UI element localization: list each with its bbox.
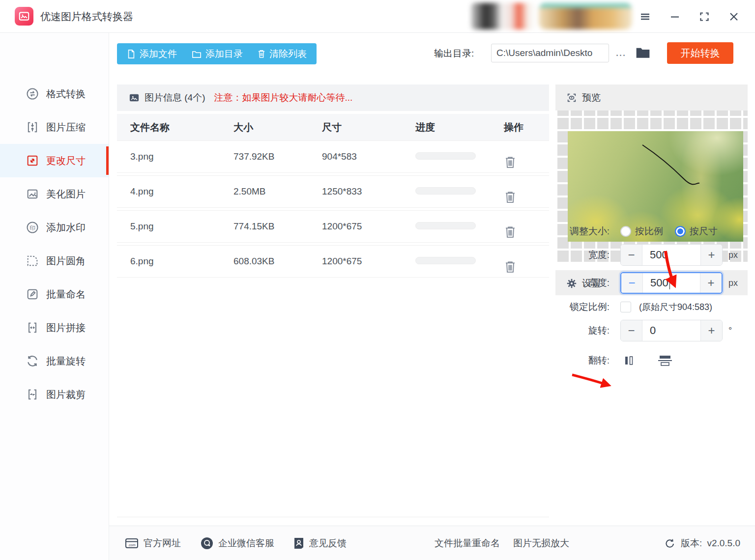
lossless-upscale-label: 图片无损放大 — [513, 537, 569, 550]
sidebar: 格式转换 图片压缩 更改尺寸 美化图片 印 添加水印 — [0, 33, 109, 560]
version-label: 版本: — [681, 537, 702, 550]
maximize-icon[interactable] — [696, 9, 713, 25]
radio-by-size-label[interactable]: 按尺寸 — [690, 225, 718, 238]
sidebar-item-batch-rename[interactable]: 批量命名 — [0, 278, 109, 311]
preview-icon — [566, 92, 577, 103]
svg-text:.com: .com — [128, 543, 135, 547]
width-decrement-button[interactable]: − — [621, 245, 642, 265]
flip-horizontal-icon[interactable] — [621, 353, 636, 368]
rotate-increment-button[interactable]: + — [700, 320, 722, 341]
add-file-label: 添加文件 — [140, 48, 177, 60]
col-progress: 进度 — [415, 121, 504, 134]
table-row: 5.png 774.15KB 1200*675 — [117, 210, 549, 243]
file-table: 图片信息 (4个) 注意：如果图片较大请耐心等待... 文件名称 大小 尺寸 进… — [117, 84, 549, 517]
official-site-label: 官方网址 — [144, 537, 181, 550]
height-row: 高度: − 500 + px — [555, 272, 738, 294]
svg-text:印: 印 — [29, 224, 35, 231]
compress-icon — [26, 120, 39, 134]
flip-vertical-icon[interactable] — [657, 353, 673, 368]
file-dimensions: 1200*675 — [322, 221, 415, 232]
watermark-icon: 印 — [26, 221, 39, 234]
sidebar-item-label: 图片压缩 — [46, 121, 86, 134]
sidebar-item-beautify[interactable]: 美化图片 — [0, 177, 109, 211]
feedback-link[interactable]: 意见反馈 — [293, 526, 347, 560]
file-size: 774.15KB — [233, 221, 322, 232]
browse-more-button[interactable]: … — [613, 45, 628, 60]
batch-rotate-icon — [26, 354, 39, 368]
height-decrement-button[interactable]: − — [621, 273, 643, 293]
sidebar-item-label: 图片裁剪 — [46, 388, 86, 401]
resize-mode-label: 调整大小: — [555, 225, 610, 238]
sidebar-item-compress[interactable]: 图片压缩 — [0, 111, 109, 144]
start-convert-button[interactable]: 开始转换 — [667, 42, 733, 64]
table-row: 6.png 608.03KB 1200*675 — [117, 245, 549, 278]
check-update-icon[interactable] — [664, 537, 676, 549]
radio-by-size[interactable] — [675, 226, 686, 237]
text-cursor — [669, 277, 670, 289]
delete-row-icon[interactable] — [504, 190, 549, 204]
output-dir-label: 输出目录: — [434, 47, 474, 60]
sidebar-item-watermark[interactable]: 印 添加水印 — [0, 211, 109, 244]
batch-rename-link[interactable]: 文件批量重命名 — [435, 526, 500, 560]
radio-by-ratio-label[interactable]: 按比例 — [635, 225, 663, 238]
table-header: 文件名称 大小 尺寸 进度 操作 — [117, 114, 549, 140]
original-size-hint: (原始尺寸904:583) — [639, 301, 712, 313]
add-file-button[interactable]: 添加文件 — [127, 48, 177, 60]
batch-rename-label: 文件批量重命名 — [435, 537, 500, 550]
add-directory-button[interactable]: 添加目录 — [192, 48, 243, 60]
rotate-decrement-button[interactable]: − — [621, 320, 642, 341]
height-unit: px — [728, 278, 738, 288]
lossless-upscale-link[interactable]: 图片无损放大 — [513, 526, 569, 560]
rotate-row: 旋转: − 0 + ° — [555, 320, 732, 341]
com-website-icon: .com — [125, 537, 139, 549]
rename-icon — [26, 287, 39, 301]
height-stepper: − 500 + — [620, 272, 723, 294]
clear-list-label: 清除列表 — [269, 48, 307, 60]
sidebar-item-resize[interactable]: 更改尺寸 — [0, 144, 109, 177]
col-actions: 操作 — [504, 121, 549, 134]
preview-header: 预览 — [555, 84, 748, 111]
sidebar-item-rounded-corner[interactable]: 图片圆角 — [0, 244, 109, 278]
sidebar-item-format-convert[interactable]: 格式转换 — [0, 77, 109, 111]
open-folder-icon[interactable] — [635, 45, 651, 60]
delete-row-icon[interactable] — [504, 155, 549, 169]
close-icon[interactable] — [726, 9, 742, 25]
width-label: 宽度: — [555, 249, 610, 261]
delete-row-icon[interactable] — [504, 260, 549, 274]
height-increment-button[interactable]: + — [700, 273, 722, 293]
lock-ratio-label: 锁定比例: — [555, 301, 610, 313]
crop-icon — [26, 388, 39, 401]
sidebar-item-crop[interactable]: 图片裁剪 — [0, 378, 109, 411]
height-label: 高度: — [555, 277, 610, 289]
radio-by-ratio[interactable] — [620, 226, 631, 237]
rotate-input[interactable]: 0 — [642, 320, 700, 341]
height-input[interactable]: 500 — [643, 273, 700, 293]
lock-ratio-checkbox[interactable] — [620, 302, 631, 312]
width-input[interactable]: 500 — [642, 245, 700, 265]
delete-row-icon[interactable] — [504, 225, 549, 239]
output-dir-input[interactable] — [491, 44, 609, 62]
rotate-unit: ° — [728, 326, 732, 336]
clear-list-button[interactable]: 清除列表 — [258, 48, 307, 60]
official-site-link[interactable]: .com 官方网址 — [125, 526, 181, 560]
file-name: 4.png — [130, 186, 233, 197]
rotate-stepper: − 0 + — [620, 320, 723, 341]
sidebar-item-label: 添加水印 — [46, 221, 86, 234]
col-size: 大小 — [233, 121, 322, 134]
sidebar-item-batch-rotate[interactable]: 批量旋转 — [0, 344, 109, 378]
add-directory-label: 添加目录 — [205, 48, 243, 60]
minimize-icon[interactable] — [667, 9, 683, 25]
file-dimensions: 1250*833 — [322, 186, 415, 197]
sidebar-item-label: 批量命名 — [46, 288, 86, 301]
sidebar-item-merge[interactable]: 图片拼接 — [0, 311, 109, 344]
rounded-corner-icon — [26, 254, 39, 268]
file-name: 5.png — [130, 221, 233, 232]
transparency-checkerboard — [555, 111, 748, 264]
wechat-support-label: 企业微信客服 — [218, 537, 274, 550]
width-increment-button[interactable]: + — [700, 245, 722, 265]
wechat-support-link[interactable]: 企业微信客服 — [201, 526, 274, 560]
resize-icon — [26, 154, 39, 168]
menu-icon[interactable] — [637, 9, 653, 25]
width-row: 宽度: − 500 + px — [555, 244, 738, 266]
feedback-icon — [293, 537, 304, 550]
